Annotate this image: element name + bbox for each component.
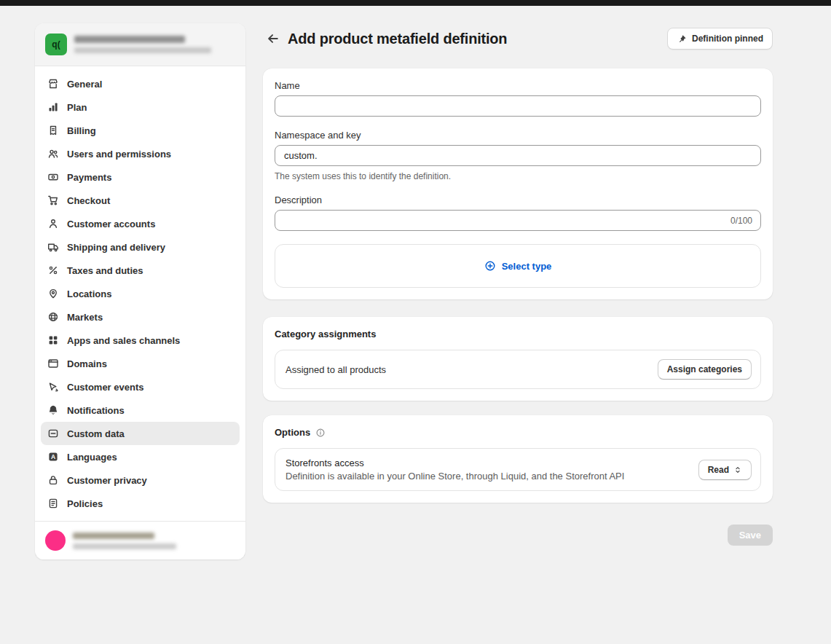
sidebar-item-taxes-duties[interactable]: Taxes and duties <box>41 259 240 282</box>
lock-icon <box>47 474 60 487</box>
person-icon <box>47 217 60 230</box>
top-bar <box>0 0 831 6</box>
map-pin-icon <box>47 287 60 300</box>
sidebar-item-label: Policies <box>67 498 103 509</box>
percent-icon <box>47 264 60 277</box>
select-type-container: Select type <box>275 244 761 288</box>
user-avatar <box>45 530 66 551</box>
sidebar-item-label: Languages <box>67 452 117 463</box>
translate-icon: A <box>47 450 60 463</box>
namespace-key-input[interactable] <box>275 145 761 166</box>
store-email-redacted <box>74 47 211 53</box>
receipt-icon <box>47 124 60 137</box>
sidebar-item-label: Users and permissions <box>67 149 171 160</box>
store-name-redacted <box>74 36 185 43</box>
definition-form-card: Name Namespace and key The system uses t… <box>263 68 773 299</box>
select-type-button[interactable]: Select type <box>484 260 552 272</box>
sidebar-item-payments[interactable]: Payments <box>41 165 240 189</box>
category-assignments-card: Category assignments Assigned to all pro… <box>263 317 773 401</box>
storefronts-access-value: Read <box>708 465 729 475</box>
sidebar-item-label: Domains <box>67 358 107 369</box>
sidebar-item-markets[interactable]: Markets <box>41 305 240 329</box>
category-assignment-row: Assigned to all products Assign categori… <box>275 350 761 389</box>
bell-icon <box>47 404 60 417</box>
arrow-left-icon <box>267 32 280 45</box>
name-label: Name <box>275 80 761 91</box>
sidebar-item-shipping-delivery[interactable]: Shipping and delivery <box>41 235 240 259</box>
definition-pinned-button[interactable]: Definition pinned <box>667 28 773 50</box>
cart-icon <box>47 194 60 207</box>
user-name-redacted <box>73 533 154 539</box>
options-card-title: Options <box>275 427 310 438</box>
page-title: Add product metafield definition <box>288 31 507 47</box>
assigned-to-text: Assigned to all products <box>285 364 386 375</box>
sidebar-item-policies[interactable]: Policies <box>41 492 240 515</box>
namespace-field-group: Namespace and key The system uses this t… <box>275 130 761 181</box>
user-info <box>73 533 176 549</box>
sidebar-item-billing[interactable]: Billing <box>41 119 240 142</box>
sidebar-item-customer-events[interactable]: Customer events <box>41 375 240 398</box>
description-field-group: Description 0/100 <box>275 195 761 231</box>
storefronts-access-info: Storefronts access Definition is availab… <box>285 458 624 482</box>
info-icon[interactable] <box>315 427 326 438</box>
sidebar-item-domains[interactable]: Domains <box>41 352 240 375</box>
plus-circle-icon <box>484 260 496 272</box>
chevron-updown-icon <box>733 465 742 475</box>
name-input[interactable] <box>275 95 761 117</box>
namespace-label: Namespace and key <box>275 130 761 141</box>
sidebar-item-label: Locations <box>67 288 111 299</box>
pin-icon <box>677 34 687 44</box>
sidebar-item-label: Customer privacy <box>67 475 147 486</box>
sidebar-item-label: General <box>67 79 102 90</box>
user-footer[interactable] <box>35 521 245 559</box>
user-email-redacted <box>73 543 176 549</box>
banknote-icon <box>47 170 60 184</box>
sidebar-item-label: Payments <box>67 172 111 183</box>
sidebar-item-plan[interactable]: Plan <box>41 95 240 119</box>
storefronts-access-select[interactable]: Read <box>698 460 752 480</box>
sidebar-item-notifications[interactable]: Notifications <box>41 398 240 422</box>
settings-nav: General Plan Billing Users and permissio… <box>35 66 245 521</box>
sidebar-item-label: Customer events <box>67 382 143 393</box>
browser-icon <box>47 357 60 370</box>
name-field-group: Name <box>275 80 761 117</box>
storefronts-access-row: Storefronts access Definition is availab… <box>275 448 761 491</box>
options-card: Options Storefronts access Definition is… <box>263 415 773 503</box>
sidebar-item-label: Billing <box>67 125 96 136</box>
sidebar-item-customer-privacy[interactable]: Customer privacy <box>41 468 240 492</box>
sidebar-item-customer-accounts[interactable]: Customer accounts <box>41 212 240 235</box>
sidebar-item-label: Notifications <box>67 405 125 416</box>
sidebar-item-label: Apps and sales channels <box>67 335 180 346</box>
description-input[interactable] <box>275 210 761 231</box>
sidebar-item-languages[interactable]: A Languages <box>41 445 240 468</box>
storefronts-access-title: Storefronts access <box>285 458 624 468</box>
page-header: Add product metafield definition Definit… <box>263 28 773 50</box>
truck-icon <box>47 240 60 254</box>
description-label: Description <box>275 195 761 205</box>
sidebar-item-general[interactable]: General <box>41 72 240 95</box>
save-button[interactable]: Save <box>728 525 773 546</box>
sidebar-item-label: Custom data <box>67 428 125 439</box>
sidebar-item-label: Taxes and duties <box>67 265 143 276</box>
sidebar-item-label: Checkout <box>67 195 110 206</box>
sidebar-item-checkout[interactable]: Checkout <box>41 189 240 212</box>
sidebar-item-label: Shipping and delivery <box>67 242 165 253</box>
namespace-help-text: The system uses this to identify the def… <box>275 171 761 181</box>
users-icon <box>47 147 60 160</box>
sidebar-item-custom-data[interactable]: Custom data <box>41 422 240 445</box>
data-tray-icon <box>47 427 60 440</box>
bar-chart-icon <box>47 101 60 114</box>
assign-categories-button[interactable]: Assign categories <box>658 359 752 380</box>
sidebar-item-locations[interactable]: Locations <box>41 282 240 305</box>
main-content: Add product metafield definition Definit… <box>263 23 773 575</box>
sidebar-item-apps-sales-channels[interactable]: Apps and sales channels <box>41 329 240 352</box>
settings-layout: q( General Plan <box>0 6 831 575</box>
storefronts-access-description: Definition is available in your Online S… <box>285 471 624 482</box>
settings-sidebar: q( General Plan <box>35 23 245 559</box>
globe-icon <box>47 310 60 323</box>
sidebar-item-label: Customer accounts <box>67 219 155 229</box>
back-button[interactable] <box>263 28 283 49</box>
sidebar-item-users-permissions[interactable]: Users and permissions <box>41 142 240 165</box>
document-icon <box>47 497 60 510</box>
sidebar-item-label: Plan <box>67 102 87 113</box>
